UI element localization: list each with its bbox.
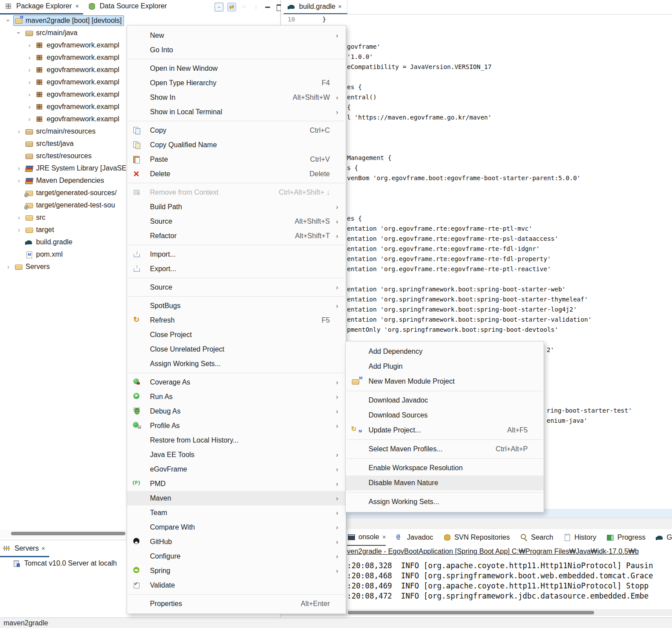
- menu-item-icon: [132, 450, 144, 459]
- console-tab[interactable]: SVN Repositories ×: [443, 530, 510, 545]
- menu-item[interactable]: Enable Workspace Resolution ›: [346, 461, 544, 476]
- expand-arrow-icon[interactable]: [25, 54, 34, 62]
- menu-separator: [128, 59, 345, 59]
- java-package-icon: [35, 115, 44, 123]
- menu-item[interactable]: Open in New Window ›: [127, 61, 346, 76]
- expand-arrow-icon[interactable]: [4, 263, 13, 271]
- focus-view-icon[interactable]: ⁘: [240, 3, 248, 11]
- menu-item[interactable]: Go Into ›: [127, 43, 346, 57]
- menu-item[interactable]: Update Project... Alt+F5 ›: [346, 423, 544, 438]
- menu-item[interactable]: Configure ›: [127, 549, 346, 563]
- expand-arrow-icon[interactable]: [14, 177, 24, 185]
- console-tab[interactable]: Progress ×: [606, 530, 646, 545]
- expand-arrow-icon[interactable]: [25, 91, 34, 98]
- console-icon: [347, 533, 356, 541]
- java-package-icon: [35, 41, 44, 50]
- menu-item[interactable]: Spring ›: [127, 563, 346, 578]
- menu-item[interactable]: Restore from Local History... ›: [127, 433, 346, 447]
- menu-item[interactable]: Validate ›: [127, 578, 346, 592]
- menu-item[interactable]: Remove from Context Ctrl+Alt+Shift+ ↓ ›: [127, 185, 346, 200]
- menu-item[interactable]: Import... ›: [127, 247, 346, 261]
- menu-item[interactable]: Show in Local Terminal ›: [127, 105, 346, 119]
- menu-item[interactable]: Open Type Hierarchy F4 ›: [127, 76, 346, 90]
- expand-arrow-icon[interactable]: [25, 78, 34, 86]
- expand-arrow-icon[interactable]: [25, 115, 34, 123]
- menu-separator: [128, 373, 345, 373]
- menu-item[interactable]: Export... ›: [127, 261, 346, 276]
- expand-arrow-icon[interactable]: [14, 29, 24, 37]
- menu-item[interactable]: Properties Alt+Enter ›: [127, 596, 346, 611]
- close-icon[interactable]: ×: [338, 3, 342, 10]
- menu-item[interactable]: PMD ›: [127, 476, 346, 491]
- menu-item[interactable]: Source ›: [127, 280, 346, 294]
- view-menu-icon[interactable]: ⁝: [252, 3, 260, 11]
- menu-item[interactable]: Disable Maven Nature ›: [346, 476, 544, 490]
- menu-item[interactable]: Profile As ›: [127, 418, 346, 433]
- tab-servers[interactable]: Servers ×: [0, 541, 49, 557]
- code-line: pmentOnly 'org.springframework.boot:spri…: [347, 325, 558, 334]
- menu-item[interactable]: Copy Qualified Name ›: [127, 138, 346, 152]
- collapse-all-icon[interactable]: −: [215, 3, 223, 11]
- menu-item[interactable]: Assign Working Sets... ›: [346, 494, 544, 509]
- link-with-editor-icon[interactable]: ⇄: [227, 3, 236, 11]
- menu-item[interactable]: New ›: [127, 28, 346, 43]
- menu-item[interactable]: Java EE Tools ›: [127, 447, 346, 462]
- menu-item[interactable]: Assign Working Sets... ›: [127, 356, 346, 371]
- menu-item[interactable]: eGovFrame ›: [127, 462, 346, 476]
- view-tab[interactable]: Data Source Explorer ×: [83, 0, 171, 15]
- console-tab[interactable]: History ×: [563, 530, 596, 545]
- console-tab[interactable]: Gradle Tasks ×: [655, 530, 672, 545]
- menu-item[interactable]: Close Project ›: [127, 327, 346, 342]
- server-item[interactable]: Tomcat v10.0 Server at localh: [12, 559, 117, 568]
- menu-item[interactable]: GitHub ›: [127, 534, 346, 549]
- scrollbar-thumb[interactable]: [11, 532, 125, 535]
- menu-item-icon: [132, 523, 144, 532]
- submenu-arrow-icon: ›: [336, 283, 346, 291]
- console-tab[interactable]: onsole ×: [347, 529, 386, 546]
- menu-item[interactable]: Select Maven Profiles... Ctrl+Alt+P ›: [346, 442, 544, 457]
- menu-item[interactable]: Paste Ctrl+V ›: [127, 152, 346, 167]
- menu-item[interactable]: Compare With ›: [127, 520, 346, 534]
- minimize-icon[interactable]: [264, 3, 272, 11]
- scrollbar-thumb[interactable]: [348, 611, 594, 614]
- menu-item[interactable]: Close Unrelated Project ›: [127, 342, 346, 356]
- expand-arrow-icon[interactable]: [14, 127, 24, 135]
- code-line: entation 'org.springframework.boot:sprin…: [347, 305, 577, 314]
- menu-item[interactable]: Delete Delete ›: [127, 167, 346, 181]
- expand-arrow-icon[interactable]: [25, 103, 34, 111]
- console-tab[interactable]: Search ×: [519, 530, 553, 545]
- menu-item[interactable]: New Maven Module Project ›: [346, 374, 544, 389]
- expand-arrow-icon[interactable]: [14, 226, 24, 234]
- console-tab[interactable]: Javadoc ×: [395, 530, 433, 545]
- menu-item[interactable]: SpotBugs ›: [127, 298, 346, 313]
- expand-arrow-icon[interactable]: [14, 164, 24, 172]
- menu-item[interactable]: Team ›: [127, 505, 346, 520]
- close-icon[interactable]: ×: [75, 3, 79, 10]
- menu-item[interactable]: Copy Ctrl+C ›: [127, 123, 346, 138]
- menu-item[interactable]: Download Sources ›: [346, 408, 544, 423]
- expand-arrow-icon[interactable]: [25, 41, 34, 49]
- menu-item-icon: [351, 347, 362, 356]
- expand-arrow-icon[interactable]: [25, 66, 34, 74]
- menu-item[interactable]: Add Dependency ›: [346, 344, 544, 359]
- menu-item[interactable]: Show In Alt+Shift+W ›: [127, 90, 346, 105]
- menu-item[interactable]: Maven ›: [127, 491, 346, 505]
- menu-item[interactable]: Debug As ›: [127, 404, 346, 418]
- menu-item[interactable]: Run As ›: [127, 389, 346, 404]
- menu-item-icon: [132, 465, 144, 474]
- expand-arrow-icon[interactable]: [14, 214, 24, 221]
- view-tab[interactable]: Package Explorer ×: [0, 0, 83, 15]
- menu-item-icon: [132, 79, 144, 87]
- menu-item[interactable]: Source Alt+Shift+S ›: [127, 214, 346, 229]
- menu-item[interactable]: Add Plugin ›: [346, 359, 544, 374]
- menu-item[interactable]: Build Path ›: [127, 200, 346, 214]
- close-icon[interactable]: ×: [41, 545, 45, 552]
- expand-arrow-icon[interactable]: [4, 17, 13, 25]
- menu-item[interactable]: Coverage As ›: [127, 375, 346, 389]
- menu-item[interactable]: Refactor Alt+Shift+T ›: [127, 229, 346, 243]
- tab-build-gradle[interactable]: build.gradle ×: [284, 0, 347, 14]
- submenu-arrow-icon: ›: [336, 232, 346, 240]
- menu-item[interactable]: Download Javadoc ›: [346, 393, 544, 408]
- menu-item[interactable]: Refresh F5 ›: [127, 313, 346, 327]
- close-icon[interactable]: ×: [382, 534, 386, 541]
